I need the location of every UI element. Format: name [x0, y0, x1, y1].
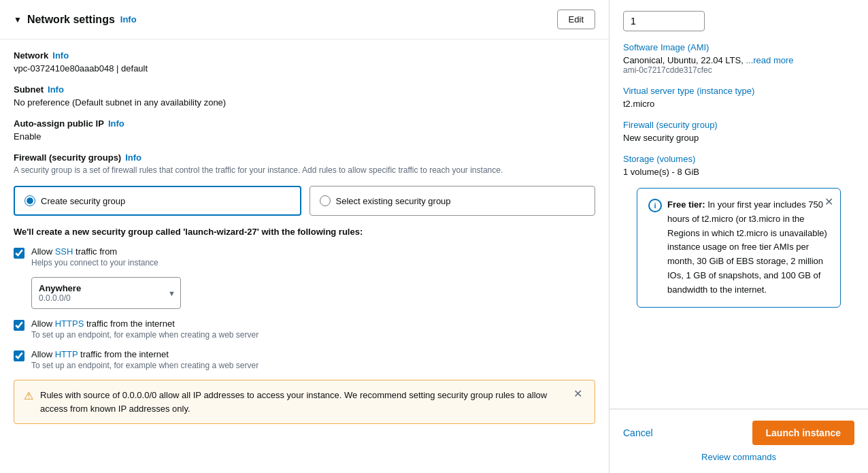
ssh-source-sub: 0.0.0.0/0	[39, 293, 160, 303]
side-panel: Software Image (AMI) Canonical, Ubuntu, …	[610, 0, 868, 473]
ssh-source-main: Anywhere	[39, 283, 160, 293]
subnet-label: Subnet Info	[14, 84, 595, 95]
network-field-group: Network Info vpc-0372410e80aaab048 | def…	[14, 50, 595, 74]
section-title: ▼ Network settings Info	[14, 14, 137, 26]
edit-button[interactable]: Edit	[557, 10, 595, 29]
http-label: Allow HTTP traffic from the internet	[31, 349, 595, 359]
firewall-summary-value: New security group	[623, 133, 854, 143]
free-tier-bold: Free tier:	[667, 199, 705, 210]
select-security-group-radio[interactable]	[320, 195, 331, 206]
section-body: Network Info vpc-0372410e80aaab048 | def…	[0, 39, 609, 435]
instance-count-input[interactable]	[623, 11, 705, 31]
https-label: Allow HTTPS traffic from the internet	[31, 319, 595, 329]
main-panel: ▼ Network settings Info Edit Network Inf…	[0, 0, 610, 473]
ssh-checkbox[interactable]	[14, 248, 24, 259]
warning-text: Rules with source of 0.0.0.0/0 allow all…	[40, 389, 564, 415]
https-sublabel: To set up an endpoint, for example when …	[31, 330, 595, 340]
free-tier-box: i Free tier: In your first year includes…	[637, 188, 841, 308]
http-content: Allow HTTP traffic from the internet To …	[31, 349, 595, 370]
firewall-label: Firewall (security groups) Info	[14, 152, 595, 163]
free-tier-info-icon: i	[648, 199, 662, 212]
https-link: HTTPS	[55, 319, 84, 329]
read-more-link[interactable]: ...read more	[746, 55, 793, 65]
create-security-group-label: Create security group	[41, 196, 125, 206]
ssh-source-display[interactable]: Anywhere 0.0.0.0/0	[31, 277, 181, 309]
ssh-rule-row: Allow SSH traffic from Helps you connect…	[14, 246, 595, 267]
auto-assign-ip-value: Enable	[14, 131, 595, 142]
warning-banner: ⚠ Rules with source of 0.0.0.0/0 allow a…	[14, 380, 595, 424]
auto-assign-ip-group: Auto-assign public IP Info Enable	[14, 118, 595, 142]
auto-assign-ip-label: Auto-assign public IP Info	[14, 118, 595, 129]
free-tier-body: In your first year includes 750 hours of…	[667, 199, 827, 295]
create-security-group-radio[interactable]	[24, 195, 35, 206]
ami-id: ami-0c7217cdde317cfec	[623, 65, 854, 75]
section-title-text: Network settings	[27, 14, 115, 26]
software-image-value: Canonical, Ubuntu, 22.04 LTS, ...read mo…	[623, 55, 854, 65]
http-checkbox[interactable]	[14, 350, 24, 361]
firewall-group: Firewall (security groups) Info A securi…	[14, 152, 595, 175]
security-options: Create security group Select existing se…	[14, 186, 595, 216]
free-tier-header: i Free tier: In your first year includes…	[648, 198, 829, 297]
ssh-source-dropdown[interactable]: Anywhere 0.0.0.0/0 ▼	[31, 277, 181, 309]
select-security-group-label: Select existing security group	[336, 196, 451, 206]
instance-type-value: t2.micro	[623, 99, 854, 109]
ssh-content: Allow SSH traffic from Helps you connect…	[31, 246, 595, 267]
network-info-link[interactable]: Info	[52, 50, 69, 61]
instance-type-label: Virtual server type (instance type)	[623, 86, 854, 96]
firewall-description: A security group is a set of firewall ru…	[14, 165, 595, 175]
software-image-label: Software Image (AMI)	[623, 42, 854, 52]
section-header: ▼ Network settings Info Edit	[0, 0, 609, 39]
http-sublabel: To set up an endpoint, for example when …	[31, 361, 595, 370]
ssh-sublabel: Helps you connect to your instance	[31, 258, 595, 267]
network-label: Network Info	[14, 50, 595, 61]
launch-instance-button[interactable]: Launch instance	[752, 421, 854, 445]
review-commands-link[interactable]: Review commands	[701, 452, 776, 462]
action-row: Cancel Launch instance	[623, 421, 854, 445]
free-tier-text: Free tier: In your first year includes 7…	[667, 198, 829, 297]
select-security-group-option[interactable]: Select existing security group	[310, 186, 596, 216]
action-bar: Cancel Launch instance Review commands	[610, 409, 868, 473]
create-security-group-option[interactable]: Create security group	[14, 186, 301, 216]
free-tier-close-button[interactable]: ✕	[824, 195, 833, 208]
warning-icon: ⚠	[24, 389, 33, 402]
collapse-icon: ▼	[14, 15, 22, 25]
ssh-label: Allow SSH traffic from	[31, 246, 595, 257]
firewall-summary-label: Firewall (security group)	[623, 120, 854, 130]
cancel-button[interactable]: Cancel	[623, 427, 653, 438]
side-summary: Software Image (AMI) Canonical, Ubuntu, …	[610, 0, 868, 408]
http-link: HTTP	[55, 349, 78, 359]
ssh-source-dropdown-wrapper: Anywhere 0.0.0.0/0 ▼	[31, 277, 595, 309]
storage-summary-label: Storage (volumes)	[623, 154, 854, 164]
http-rule-row: Allow HTTP traffic from the internet To …	[14, 349, 595, 370]
instance-type-field: Virtual server type (instance type) t2.m…	[623, 86, 854, 109]
https-checkbox[interactable]	[14, 320, 24, 331]
https-rule-row: Allow HTTPS traffic from the internet To…	[14, 319, 595, 340]
firewall-summary-field: Firewall (security group) New security g…	[623, 120, 854, 143]
storage-summary-value: 1 volume(s) - 8 GiB	[623, 167, 854, 177]
auto-assign-ip-info-link[interactable]: Info	[108, 118, 124, 129]
storage-summary-field: Storage (volumes) 1 volume(s) - 8 GiB	[623, 154, 854, 177]
ssh-link: SSH	[55, 246, 73, 257]
subnet-info-link[interactable]: Info	[48, 84, 64, 95]
firewall-info-link[interactable]: Info	[125, 152, 141, 163]
network-value: vpc-0372410e80aaab048 | default	[14, 63, 595, 74]
section-info-link[interactable]: Info	[120, 14, 137, 25]
security-group-name-text: We'll create a new security group called…	[14, 227, 595, 237]
subnet-field-group: Subnet Info No preference (Default subne…	[14, 84, 595, 108]
warning-close-button[interactable]: ✕	[571, 389, 585, 399]
subnet-value: No preference (Default subnet in any ava…	[14, 97, 595, 108]
https-content: Allow HTTPS traffic from the internet To…	[31, 319, 595, 340]
software-image-field: Software Image (AMI) Canonical, Ubuntu, …	[623, 42, 854, 75]
